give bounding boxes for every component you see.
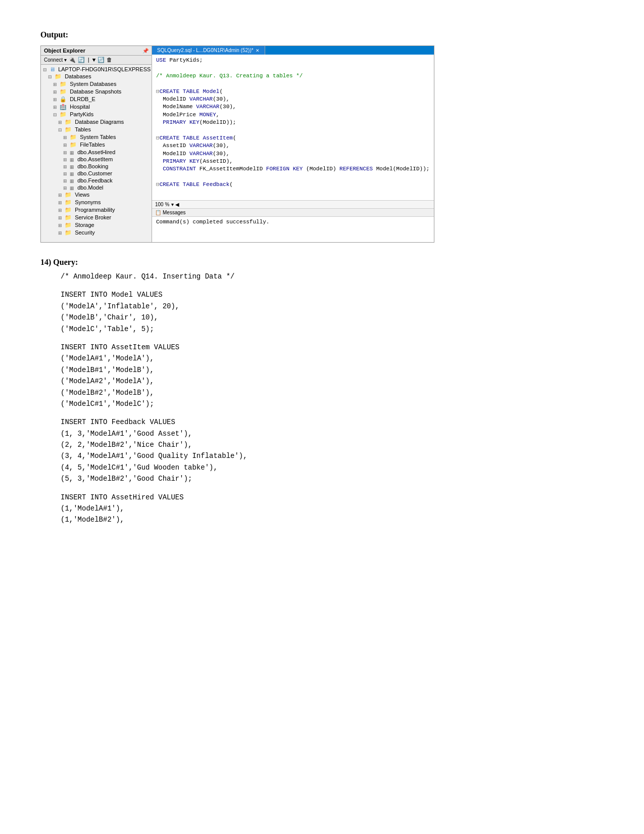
filetables-label: FileTables: [80, 142, 105, 148]
booking-label: dbo.Booking: [77, 163, 108, 169]
toolbar-icon-1[interactable]: 🔌: [69, 57, 76, 63]
query-block-3-line-4: (3, 4,'ModelA#1','Good Quality Inflatabl…: [61, 450, 604, 461]
synonyms-label: Synonyms: [75, 199, 101, 205]
query-comment: /* Anmoldeep Kaur. Q14. Inserting Data *…: [61, 271, 604, 282]
assethired-label: dbo.AssetHired: [77, 149, 115, 155]
tree-item-programmability[interactable]: ⊞ 📁 Programmability: [41, 206, 152, 214]
tree-item-synonyms[interactable]: ⊞ 📁 Synonyms: [41, 199, 152, 206]
databases-label: Databases: [65, 73, 91, 79]
query-block-4-line-1: INSERT INTO AssetHired VALUES: [61, 492, 604, 503]
toolbar-icon-2[interactable]: 🔄: [78, 57, 85, 63]
query-block-3-line-1: INSERT INTO Feedback VALUES: [61, 416, 604, 428]
query-block-1-line-3: ('ModelB','Chair', 10),: [61, 312, 604, 323]
sql-tab-bar: SQLQuery2.sql - L...DG0N1R\Admin (52))* …: [152, 46, 434, 55]
storage-label: Storage: [75, 222, 94, 228]
query-block-1-line-4: ('ModelC','Table', 5);: [61, 323, 604, 335]
zoom-level[interactable]: 100 %: [155, 202, 169, 207]
tree-item-security[interactable]: ⊞ 📁 Security: [41, 229, 152, 237]
query-block-2-line-6: ('ModelC#1','ModelC');: [61, 398, 604, 409]
diagrams-label: Database Diagrams: [75, 119, 124, 125]
object-explorer-panel: Object Explorer 📌 Connect ▾ 🔌 🔄 | ▼ 🔃 🗑 …: [41, 46, 152, 242]
query-body: /* Anmoldeep Kaur. Q14. Inserting Data *…: [40, 271, 604, 526]
sql-code-editor[interactable]: USE PartyKids; /* Anmoldeep Kaur. Q13. C…: [152, 55, 434, 200]
tree-item-tables[interactable]: ⊟ 📁 Tables: [41, 126, 152, 133]
security-label: Security: [75, 229, 95, 236]
tree-item-views[interactable]: ⊞ 📁 Views: [41, 191, 152, 199]
sql-code-content: USE PartyKids; /* Anmoldeep Kaur. Q13. C…: [156, 57, 430, 189]
query-block-3-line-3: (2, 2,'ModelB#2','Nice Chair'),: [61, 439, 604, 450]
tree-item-assethired[interactable]: ⊞ ▦ dbo.AssetHired: [41, 149, 152, 156]
model-label: dbo.Model: [77, 184, 103, 191]
messages-tab-icon: 📋: [155, 210, 161, 215]
messages-text: Command(s) completed successfully.: [156, 219, 269, 225]
partykids-label: PartyKids: [70, 111, 93, 117]
query-block-3-line-6: (5, 3,'ModelB#2','Good Chair');: [61, 473, 604, 484]
tables-label: Tables: [75, 126, 91, 132]
query-block-3-line-2: (1, 3,'ModelA#1','Good Asset'),: [61, 428, 604, 439]
tree-item-storage[interactable]: ⊞ 📁 Storage: [41, 221, 152, 229]
tree-item-model[interactable]: ⊞ ▦ dbo.Model: [41, 184, 152, 191]
object-explorer-tree: ⊟ 🖥 LAPTOP-FHDG0N1R\SQLEXPRESS (^ ⊟ 📁 Da…: [41, 65, 152, 242]
feedback-label: dbo.Feedback: [77, 177, 113, 183]
query-block-2-line-3: ('ModelB#1','ModelB'),: [61, 364, 604, 376]
query-label: 14) Query:: [40, 258, 604, 267]
object-explorer-title: Object Explorer: [44, 48, 85, 54]
toolbar-icon-4[interactable]: 🔃: [97, 57, 105, 63]
assetitem-label: dbo.AssetItem: [77, 156, 113, 162]
ssms-window: Object Explorer 📌 Connect ▾ 🔌 🔄 | ▼ 🔃 🗑 …: [40, 45, 434, 243]
service-broker-label: Service Broker: [75, 214, 111, 220]
system-tables-label: System Tables: [80, 134, 116, 140]
object-explorer-header: Object Explorer 📌: [41, 46, 152, 56]
dlrdb-label: DLRDB_E: [70, 96, 95, 102]
query-block-1-line-1: INSERT INTO Model VALUES: [61, 289, 604, 300]
sql-editor-panel: SQLQuery2.sql - L...DG0N1R\Admin (52))* …: [152, 46, 434, 242]
pin-icon[interactable]: 📌: [142, 48, 148, 54]
connect-button[interactable]: Connect ▾: [44, 57, 67, 63]
query-section: 14) Query: /* Anmoldeep Kaur. Q14. Inser…: [40, 258, 604, 526]
query-block-1-line-2: ('ModelA','Inflatable', 20),: [61, 301, 604, 312]
query-block-2-line-5: ('ModelB#2','ModelB'),: [61, 387, 604, 398]
sql-messages-content: Command(s) completed successfully.: [152, 217, 434, 242]
toolbar-icon-3[interactable]: ▼: [92, 57, 96, 63]
query-block-2-line-4: ('ModelA#2','ModelA'),: [61, 376, 604, 387]
query-block-2-line-2: ('ModelA#1','ModelA'),: [61, 353, 604, 364]
toolbar-separator: |: [87, 57, 90, 63]
tab-close-button[interactable]: ✕: [256, 48, 260, 53]
system-db-label: System Databases: [70, 81, 116, 87]
sql-tab[interactable]: SQLQuery2.sql - L...DG0N1R\Admin (52))* …: [152, 46, 265, 55]
tree-item-databases[interactable]: ⊟ 📁 Databases: [41, 73, 152, 80]
customer-label: dbo.Customer: [77, 170, 112, 176]
zoom-controls[interactable]: ▾ ◀: [171, 202, 179, 207]
query-block-4-line-2: (1,'ModelA#1'),: [61, 503, 604, 514]
programmability-label: Programmability: [75, 207, 115, 213]
tree-item-system-tables[interactable]: ⊞ 📁 System Tables: [41, 133, 152, 141]
output-label: Output:: [40, 30, 604, 39]
sql-footer: 100 % ▾ ◀: [152, 200, 434, 208]
toolbar-icon-5[interactable]: 🗑: [107, 57, 112, 63]
tree-item-hospital[interactable]: ⊞ 🏥 Hospital: [41, 103, 152, 111]
views-label: Views: [75, 192, 89, 198]
query-block-3-line-5: (4, 5,'ModelC#1','Gud Wooden tabke'),: [61, 462, 604, 473]
tree-item-service-broker[interactable]: ⊞ 📁 Service Broker: [41, 214, 152, 221]
tree-item-filetables[interactable]: ⊞ 📁 FileTables: [41, 141, 152, 149]
tree-item-assetitem[interactable]: ⊞ ▦ dbo.AssetItem: [41, 156, 152, 163]
tree-item-feedback[interactable]: ⊞ ▦ dbo.Feedback: [41, 177, 152, 184]
messages-tab-label: Messages: [163, 210, 186, 215]
oe-toolbar: Connect ▾ 🔌 🔄 | ▼ 🔃 🗑: [41, 56, 152, 65]
snapshots-label: Database Snapshots: [70, 88, 121, 95]
server-label: LAPTOP-FHDG0N1R\SQLEXPRESS (^: [58, 66, 152, 72]
query-block-2-line-1: INSERT INTO AssetItem VALUES: [61, 342, 604, 353]
tree-item-system-db[interactable]: ⊞ 📁 System Databases: [41, 80, 152, 88]
tree-item-customer[interactable]: ⊞ ▦ dbo.Customer: [41, 170, 152, 177]
messages-tab[interactable]: 📋 Messages: [152, 208, 434, 217]
tree-item-partykids[interactable]: ⊟ 📁 PartyKids: [41, 111, 152, 118]
tree-item-server[interactable]: ⊟ 🖥 LAPTOP-FHDG0N1R\SQLEXPRESS (^: [41, 66, 152, 73]
query-block-4-line-3: (1,'ModelB#2'),: [61, 514, 604, 525]
sql-tab-label: SQLQuery2.sql - L...DG0N1R\Admin (52))*: [157, 48, 254, 53]
tree-item-snapshots[interactable]: ⊞ 📁 Database Snapshots: [41, 88, 152, 96]
hospital-label: Hospital: [70, 104, 90, 110]
tree-item-diagrams[interactable]: ⊞ 📁 Database Diagrams: [41, 118, 152, 126]
tree-item-dlrdb[interactable]: ⊞ 🔒 DLRDB_E: [41, 96, 152, 103]
tree-item-booking[interactable]: ⊞ ▦ dbo.Booking: [41, 163, 152, 170]
